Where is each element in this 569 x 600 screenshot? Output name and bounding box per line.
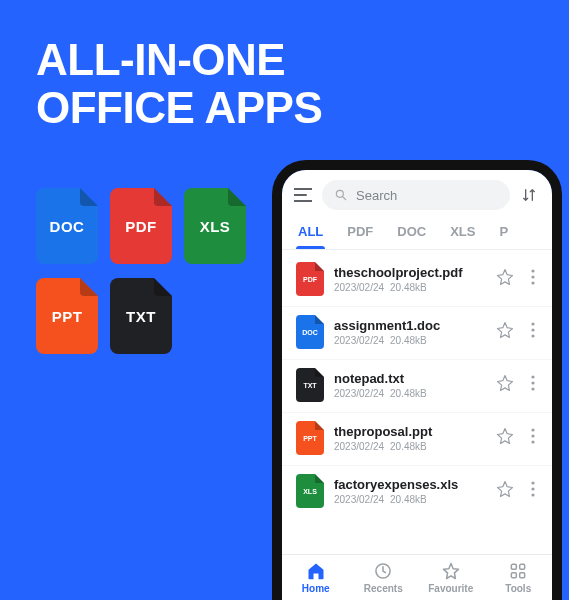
- nav-label: Home: [302, 583, 330, 594]
- svg-point-15: [531, 493, 534, 496]
- nav-home[interactable]: Home: [282, 555, 350, 600]
- menu-icon[interactable]: [294, 188, 314, 202]
- promo-badge-txt: TXT: [110, 278, 172, 354]
- clock-icon: [373, 561, 393, 581]
- file-subtitle: 2023/02/2420.48kB: [334, 282, 486, 293]
- favourite-star-icon[interactable]: [496, 427, 516, 449]
- hero-title: ALL-IN-ONE OFFICE APPS: [36, 36, 322, 131]
- favourite-star-icon[interactable]: [496, 374, 516, 396]
- search-placeholder: Search: [356, 188, 397, 203]
- svg-point-4: [531, 322, 534, 325]
- file-name: factoryexpenses.xls: [334, 477, 486, 492]
- file-name: notepad.txt: [334, 371, 486, 386]
- favourite-star-icon[interactable]: [496, 321, 516, 343]
- nav-label: Favourite: [428, 583, 473, 594]
- more-options-icon[interactable]: [526, 322, 540, 342]
- home-icon: [306, 561, 326, 581]
- nav-favourite[interactable]: Favourite: [417, 555, 485, 600]
- file-subtitle: 2023/02/2420.48kB: [334, 494, 486, 505]
- file-type-icon-txt: TXT: [296, 368, 324, 402]
- file-subtitle: 2023/02/2420.48kB: [334, 441, 486, 452]
- nav-recents[interactable]: Recents: [350, 555, 418, 600]
- file-subtitle: 2023/02/2420.48kB: [334, 335, 486, 346]
- svg-point-5: [531, 328, 534, 331]
- svg-rect-20: [520, 573, 525, 578]
- svg-point-9: [531, 387, 534, 390]
- nav-label: Recents: [364, 583, 403, 594]
- hero-line-1: ALL-IN-ONE: [36, 36, 322, 84]
- more-options-icon[interactable]: [526, 269, 540, 289]
- file-type-icon-ppt: PPT: [296, 421, 324, 455]
- file-meta: theproposal.ppt2023/02/2420.48kB: [334, 424, 486, 452]
- file-size: 20.48kB: [390, 282, 427, 293]
- file-meta: factoryexpenses.xls2023/02/2420.48kB: [334, 477, 486, 505]
- file-size: 20.48kB: [390, 494, 427, 505]
- tab-doc[interactable]: DOC: [385, 216, 438, 249]
- promo-badge-label: PPT: [52, 308, 83, 325]
- promo-badge-pdf: PDF: [110, 188, 172, 264]
- phone-mockup: Search ALLPDFDOCXLSP PDFtheschoolproject…: [272, 160, 562, 600]
- file-subtitle: 2023/02/2420.48kB: [334, 388, 486, 399]
- file-list: PDFtheschoolproject.pdf2023/02/2420.48kB…: [282, 250, 552, 554]
- tab-pdf[interactable]: PDF: [335, 216, 385, 249]
- promo-file-icons: DOCPDFXLSPPTTXT: [36, 188, 244, 354]
- promo-badge-label: PDF: [125, 218, 157, 235]
- search-input[interactable]: Search: [322, 180, 510, 210]
- svg-point-10: [531, 428, 534, 431]
- star-icon: [441, 561, 461, 581]
- file-date: 2023/02/24: [334, 388, 384, 399]
- favourite-star-icon[interactable]: [496, 268, 516, 290]
- sort-icon[interactable]: [518, 187, 540, 203]
- file-row[interactable]: PPTtheproposal.ppt2023/02/2420.48kB: [282, 412, 552, 465]
- promo-badge-doc: DOC: [36, 188, 98, 264]
- file-row[interactable]: XLSfactoryexpenses.xls2023/02/2420.48kB: [282, 465, 552, 518]
- nav-tools[interactable]: Tools: [485, 555, 553, 600]
- search-icon: [334, 188, 348, 202]
- file-name: assignment1.doc: [334, 318, 486, 333]
- file-date: 2023/02/24: [334, 282, 384, 293]
- svg-rect-19: [512, 573, 517, 578]
- bottom-nav: HomeRecentsFavouriteTools: [282, 554, 552, 600]
- svg-point-1: [531, 269, 534, 272]
- file-type-icon-xls: XLS: [296, 474, 324, 508]
- file-size: 20.48kB: [390, 335, 427, 346]
- file-name: theschoolproject.pdf: [334, 265, 486, 280]
- file-row[interactable]: PDFtheschoolproject.pdf2023/02/2420.48kB: [282, 254, 552, 306]
- svg-point-3: [531, 281, 534, 284]
- file-date: 2023/02/24: [334, 441, 384, 452]
- svg-point-7: [531, 375, 534, 378]
- promo-badge-ppt: PPT: [36, 278, 98, 354]
- file-name: theproposal.ppt: [334, 424, 486, 439]
- nav-label: Tools: [505, 583, 531, 594]
- promo-badge-label: DOC: [50, 218, 85, 235]
- favourite-star-icon[interactable]: [496, 480, 516, 502]
- promo-badge-xls: XLS: [184, 188, 246, 264]
- promo-badge-label: XLS: [200, 218, 231, 235]
- file-meta: theschoolproject.pdf2023/02/2420.48kB: [334, 265, 486, 293]
- file-meta: assignment1.doc2023/02/2420.48kB: [334, 318, 486, 346]
- svg-rect-17: [512, 564, 517, 569]
- svg-point-0: [336, 190, 343, 197]
- grid-icon: [508, 561, 528, 581]
- promo-badge-label: TXT: [126, 308, 156, 325]
- filter-tabs: ALLPDFDOCXLSP: [282, 216, 552, 250]
- file-date: 2023/02/24: [334, 494, 384, 505]
- svg-rect-18: [520, 564, 525, 569]
- file-type-icon-doc: DOC: [296, 315, 324, 349]
- more-options-icon[interactable]: [526, 428, 540, 448]
- svg-point-6: [531, 334, 534, 337]
- tab-xls[interactable]: XLS: [438, 216, 487, 249]
- file-row[interactable]: TXTnotepad.txt2023/02/2420.48kB: [282, 359, 552, 412]
- svg-point-14: [531, 487, 534, 490]
- svg-point-2: [531, 275, 534, 278]
- more-options-icon[interactable]: [526, 481, 540, 501]
- file-size: 20.48kB: [390, 388, 427, 399]
- file-row[interactable]: DOCassignment1.doc2023/02/2420.48kB: [282, 306, 552, 359]
- hero-line-2: OFFICE APPS: [36, 84, 322, 132]
- tab-p[interactable]: P: [487, 216, 520, 249]
- file-size: 20.48kB: [390, 441, 427, 452]
- tab-all[interactable]: ALL: [286, 216, 335, 249]
- more-options-icon[interactable]: [526, 375, 540, 395]
- file-date: 2023/02/24: [334, 335, 384, 346]
- svg-point-12: [531, 440, 534, 443]
